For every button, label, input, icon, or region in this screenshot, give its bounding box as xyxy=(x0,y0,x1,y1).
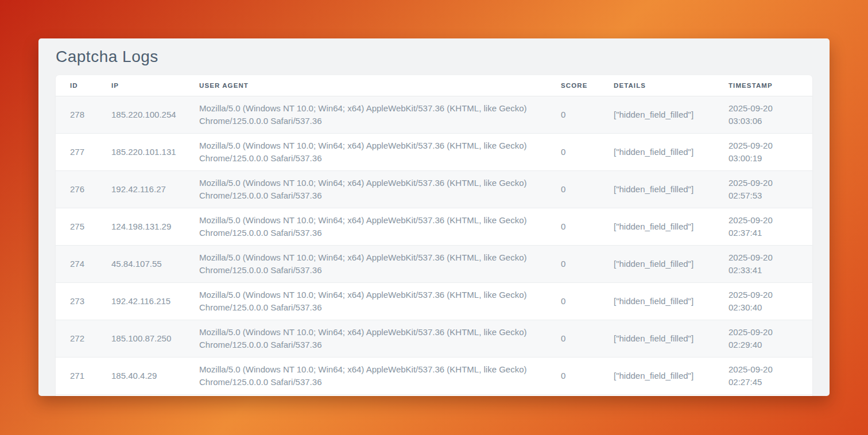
cell-details: ["hidden_field_filled"] xyxy=(599,208,714,245)
table-row: 276 192.42.116.27 Mozilla/5.0 (Windows N… xyxy=(56,170,812,208)
cell-timestamp: 2025-09-20 02:29:40 xyxy=(714,320,812,357)
page-title: Captcha Logs xyxy=(56,48,158,66)
column-header-user-agent: USER AGENT xyxy=(185,75,547,96)
table-row: 278 185.220.100.254 Mozilla/5.0 (Windows… xyxy=(56,96,812,133)
table-row: 277 185.220.101.131 Mozilla/5.0 (Windows… xyxy=(56,133,812,170)
page-background: { "colors": { "gradient_start": "#c22613… xyxy=(0,0,868,435)
cell-ip: 185.40.4.29 xyxy=(97,357,185,394)
cell-ip: 185.220.100.254 xyxy=(97,96,185,133)
cell-ip: 192.42.116.215 xyxy=(97,282,185,320)
cell-score: 0 xyxy=(547,320,599,357)
captcha-logs-card: Captcha Logs IDIPUSER AGENTSCOREDETAILST… xyxy=(38,38,830,396)
cell-timestamp: 2025-09-20 03:00:19 xyxy=(714,133,812,170)
cell-timestamp: 2025-09-20 02:33:41 xyxy=(714,245,812,282)
cell-id: 276 xyxy=(56,170,97,208)
cell-details: ["hidden_field_filled"] xyxy=(599,357,714,394)
cell-ip: 124.198.131.29 xyxy=(97,208,185,245)
cell-score: 0 xyxy=(547,170,599,208)
cell-timestamp: 2025-09-20 02:37:41 xyxy=(714,208,812,245)
cell-user-agent: Mozilla/5.0 (Windows NT 10.0; Win64; x64… xyxy=(185,320,547,357)
table-row: 273 192.42.116.215 Mozilla/5.0 (Windows … xyxy=(56,282,812,320)
cell-timestamp: 2025-09-20 02:57:53 xyxy=(714,170,812,208)
table-row: 271 185.40.4.29 Mozilla/5.0 (Windows NT … xyxy=(56,357,812,394)
cell-id: 273 xyxy=(56,282,97,320)
cell-id: 272 xyxy=(56,320,97,357)
cell-id: 274 xyxy=(56,245,97,282)
cell-id: 277 xyxy=(56,133,97,170)
cell-details: ["hidden_field_filled"] xyxy=(599,245,714,282)
column-header-id: ID xyxy=(56,75,97,96)
table-header-row: IDIPUSER AGENTSCOREDETAILSTIMESTAMP xyxy=(56,75,812,96)
table-row: 272 185.100.87.250 Mozilla/5.0 (Windows … xyxy=(56,320,812,357)
cell-id: 271 xyxy=(56,357,97,394)
table-row: 274 45.84.107.55 Mozilla/5.0 (Windows NT… xyxy=(56,245,812,282)
cell-score: 0 xyxy=(547,96,599,133)
cell-user-agent: Mozilla/5.0 (Windows NT 10.0; Win64; x64… xyxy=(185,133,547,170)
column-header-details: DETAILS xyxy=(599,75,714,96)
column-header-timestamp: TIMESTAMP xyxy=(714,75,812,96)
cell-user-agent: Mozilla/5.0 (Windows NT 10.0; Win64; x64… xyxy=(185,170,547,208)
cell-id: 278 xyxy=(56,96,97,133)
cell-score: 0 xyxy=(547,357,599,394)
cell-user-agent: Mozilla/5.0 (Windows NT 10.0; Win64; x64… xyxy=(185,96,547,133)
column-header-ip: IP xyxy=(97,75,185,96)
cell-score: 0 xyxy=(547,245,599,282)
cell-details: ["hidden_field_filled"] xyxy=(599,170,714,208)
column-header-score: SCORE xyxy=(547,75,599,96)
table-row: 275 124.198.131.29 Mozilla/5.0 (Windows … xyxy=(56,208,812,245)
cell-ip: 45.84.107.55 xyxy=(97,245,185,282)
cell-ip: 185.100.87.250 xyxy=(97,320,185,357)
captcha-logs-table: IDIPUSER AGENTSCOREDETAILSTIMESTAMP 278 … xyxy=(56,75,812,395)
cell-ip: 192.42.116.27 xyxy=(97,170,185,208)
cell-user-agent: Mozilla/5.0 (Windows NT 10.0; Win64; x64… xyxy=(185,282,547,320)
cell-timestamp: 2025-09-20 02:27:45 xyxy=(714,357,812,394)
table-container: IDIPUSER AGENTSCOREDETAILSTIMESTAMP 278 … xyxy=(56,75,812,396)
cell-details: ["hidden_field_filled"] xyxy=(599,96,714,133)
cell-timestamp: 2025-09-20 02:30:40 xyxy=(714,282,812,320)
cell-score: 0 xyxy=(547,208,599,245)
cell-ip: 185.220.101.131 xyxy=(97,133,185,170)
cell-timestamp: 2025-09-20 03:03:06 xyxy=(714,96,812,133)
cell-details: ["hidden_field_filled"] xyxy=(599,133,714,170)
cell-details: ["hidden_field_filled"] xyxy=(599,320,714,357)
card-header: Captcha Logs xyxy=(56,38,812,75)
cell-user-agent: Mozilla/5.0 (Windows NT 10.0; Win64; x64… xyxy=(185,245,547,282)
cell-id: 275 xyxy=(56,208,97,245)
cell-user-agent: Mozilla/5.0 (Windows NT 10.0; Win64; x64… xyxy=(185,357,547,394)
cell-details: ["hidden_field_filled"] xyxy=(599,282,714,320)
cell-score: 0 xyxy=(547,282,599,320)
cell-user-agent: Mozilla/5.0 (Windows NT 10.0; Win64; x64… xyxy=(185,208,547,245)
cell-score: 0 xyxy=(547,133,599,170)
